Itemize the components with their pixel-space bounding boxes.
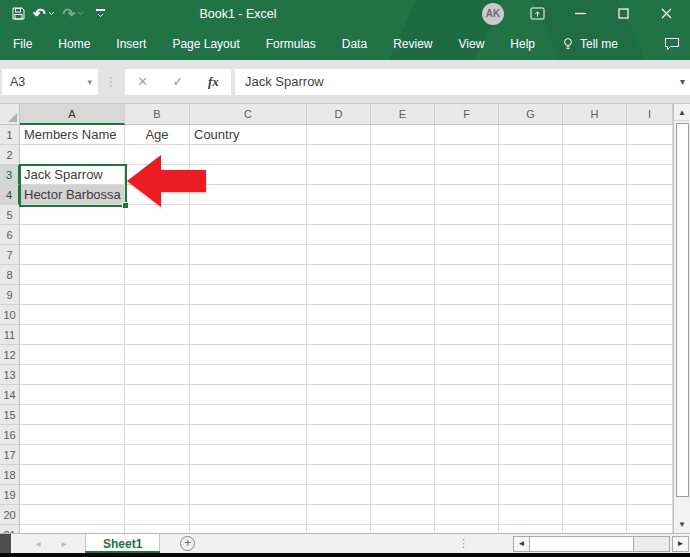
tell-me[interactable]: Tell me: [562, 37, 618, 51]
cell-H15[interactable]: [563, 405, 627, 425]
column-header-I[interactable]: I: [627, 104, 673, 125]
cell-H18[interactable]: [563, 465, 627, 485]
cell-E1[interactable]: [371, 125, 435, 145]
cell-D16[interactable]: [307, 425, 371, 445]
cell-A2[interactable]: [20, 145, 125, 165]
sheet-nav-left-icon[interactable]: ◂: [25, 534, 51, 553]
select-all-corner[interactable]: [0, 104, 20, 125]
cell-D17[interactable]: [307, 445, 371, 465]
cell-F20[interactable]: [435, 505, 499, 525]
cell-B18[interactable]: [125, 465, 190, 485]
cell-H11[interactable]: [563, 325, 627, 345]
cell-G3[interactable]: [499, 165, 563, 185]
cell-G21[interactable]: [499, 525, 563, 533]
vertical-scrollbar[interactable]: ▲ ▼: [673, 104, 690, 533]
cell-A11[interactable]: [20, 325, 125, 345]
cell-F19[interactable]: [435, 485, 499, 505]
ribbon-tab-file[interactable]: File: [0, 37, 45, 51]
cell-B11[interactable]: [125, 325, 190, 345]
cell-B17[interactable]: [125, 445, 190, 465]
cell-C10[interactable]: [190, 305, 307, 325]
cell-I5[interactable]: [627, 205, 673, 225]
row-header-15[interactable]: 15: [0, 405, 20, 425]
cell-E12[interactable]: [371, 345, 435, 365]
cell-C11[interactable]: [190, 325, 307, 345]
cell-F1[interactable]: [435, 125, 499, 145]
new-sheet-button[interactable]: +: [180, 536, 195, 551]
cell-D12[interactable]: [307, 345, 371, 365]
cell-F8[interactable]: [435, 265, 499, 285]
cell-C7[interactable]: [190, 245, 307, 265]
cell-A3[interactable]: Jack Sparrow: [20, 165, 125, 185]
cell-G1[interactable]: [499, 125, 563, 145]
cell-G11[interactable]: [499, 325, 563, 345]
cell-E3[interactable]: [371, 165, 435, 185]
undo-button[interactable]: ↶: [33, 6, 55, 21]
cell-G12[interactable]: [499, 345, 563, 365]
cell-A1[interactable]: Members Name: [20, 125, 125, 145]
vertical-scrollbar-thumb[interactable]: [676, 123, 689, 497]
cell-A7[interactable]: [20, 245, 125, 265]
formula-bar-expand-icon[interactable]: ▾: [680, 76, 685, 87]
cell-C1[interactable]: Country: [190, 125, 307, 145]
close-button[interactable]: [656, 4, 676, 24]
row-header-21[interactable]: 21: [0, 525, 20, 533]
cell-B10[interactable]: [125, 305, 190, 325]
cell-B12[interactable]: [125, 345, 190, 365]
cell-F16[interactable]: [435, 425, 499, 445]
cell-I3[interactable]: [627, 165, 673, 185]
cell-C5[interactable]: [190, 205, 307, 225]
cell-A16[interactable]: [20, 425, 125, 445]
cell-I6[interactable]: [627, 225, 673, 245]
cell-E9[interactable]: [371, 285, 435, 305]
cell-I20[interactable]: [627, 505, 673, 525]
cell-F5[interactable]: [435, 205, 499, 225]
scroll-up-icon[interactable]: ▲: [674, 104, 690, 121]
cell-F9[interactable]: [435, 285, 499, 305]
cell-H4[interactable]: [563, 185, 627, 205]
cell-C12[interactable]: [190, 345, 307, 365]
cell-A4[interactable]: Hector Barbossa: [20, 185, 125, 205]
ribbon-tab-home[interactable]: Home: [45, 37, 103, 51]
cell-D5[interactable]: [307, 205, 371, 225]
row-header-1[interactable]: 1: [0, 125, 20, 145]
cell-G17[interactable]: [499, 445, 563, 465]
cell-B13[interactable]: [125, 365, 190, 385]
cell-G15[interactable]: [499, 405, 563, 425]
column-header-C[interactable]: C: [190, 104, 307, 125]
cell-B1[interactable]: Age: [125, 125, 190, 145]
cell-B5[interactable]: [125, 205, 190, 225]
cell-E20[interactable]: [371, 505, 435, 525]
cell-C2[interactable]: [190, 145, 307, 165]
cell-E13[interactable]: [371, 365, 435, 385]
cell-C18[interactable]: [190, 465, 307, 485]
scroll-right-icon[interactable]: ►: [672, 536, 689, 552]
cell-A9[interactable]: [20, 285, 125, 305]
row-header-10[interactable]: 10: [0, 305, 20, 325]
cell-I18[interactable]: [627, 465, 673, 485]
cell-G16[interactable]: [499, 425, 563, 445]
cell-F14[interactable]: [435, 385, 499, 405]
cell-D14[interactable]: [307, 385, 371, 405]
cell-H6[interactable]: [563, 225, 627, 245]
horizontal-scrollbar[interactable]: [530, 536, 670, 552]
cell-H8[interactable]: [563, 265, 627, 285]
column-header-D[interactable]: D: [307, 104, 371, 125]
cell-B4[interactable]: [125, 185, 190, 205]
cell-I12[interactable]: [627, 345, 673, 365]
column-header-G[interactable]: G: [499, 104, 563, 125]
cell-E14[interactable]: [371, 385, 435, 405]
ribbon-tab-insert[interactable]: Insert: [103, 37, 159, 51]
ribbon-tab-view[interactable]: View: [446, 37, 498, 51]
cell-H12[interactable]: [563, 345, 627, 365]
column-header-H[interactable]: H: [563, 104, 627, 125]
cell-I11[interactable]: [627, 325, 673, 345]
cell-G4[interactable]: [499, 185, 563, 205]
cell-C8[interactable]: [190, 265, 307, 285]
cell-H19[interactable]: [563, 485, 627, 505]
cell-A17[interactable]: [20, 445, 125, 465]
cell-D9[interactable]: [307, 285, 371, 305]
enter-icon[interactable]: ✓: [173, 74, 184, 89]
cell-H17[interactable]: [563, 445, 627, 465]
cell-I19[interactable]: [627, 485, 673, 505]
